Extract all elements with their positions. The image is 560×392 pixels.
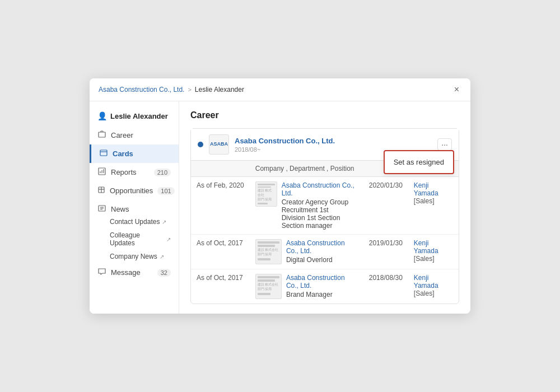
sidebar-item-message[interactable]: Message 32 [90,263,179,282]
contact-updates-label: Contact Updates [110,218,160,226]
breadcrumb-link[interactable]: Asaba Construction Co., Ltd. [99,86,184,94]
sidebar-label-message: Message [111,268,141,277]
row1-person: Kenji Yamada [Sales] [408,177,459,235]
reports-icon [97,167,106,177]
row3-thumbnail: 建設 株式会社部門 採用 [255,274,282,299]
row2-person-link[interactable]: Kenji Yamada [414,239,438,255]
row1-end-date: 2020/01/30 [363,177,408,235]
colleague-updates-label: Colleague Updates [110,231,164,247]
sidebar-label-opportunities: Opportunities [110,186,153,195]
sidebar-sub-contact-updates[interactable]: Contact Updates ↗ [90,215,179,228]
svg-rect-0 [99,132,105,137]
sidebar-user-name: Leslie Alexander [110,112,168,120]
row2-details: Digital Overlord [286,256,358,264]
company-card-header: ASABA Asaba Construction Co., Ltd. 2018/… [191,129,459,161]
col-company-dept-pos: Company , Department , Position [250,161,363,177]
table-row: As of Feb, 2020 建設 株式会社部門 採用 [191,177,459,235]
company-logo: ASABA [209,134,229,155]
external-link-icon-3: ↗ [160,254,164,260]
row3-details: Brand Manager [286,291,358,298]
sidebar-news-section: News [90,200,179,215]
sidebar-item-opportunities[interactable]: Opportunities 101 [90,181,179,200]
message-icon [97,268,106,277]
sidebar: 👤 Leslie Alexander Career Cards Rep [90,101,179,314]
reports-badge: 210 [154,169,171,176]
row2-thumbnail: 建設 株式会社部門 採用 [255,239,282,264]
table-row: As of Oct, 2017 建設 株式会社部門 採用 [191,269,459,304]
row3-company-cell: 建設 株式会社部門 採用 Asaba Construction Co., Ltd… [250,269,363,304]
row1-company-cell: 建設 株式会社部門 採用 Asaba Construction Co., Ltd… [250,177,363,235]
sidebar-user: 👤 Leslie Alexander [90,106,179,126]
career-table: Company , Department , Position As of Fe… [191,161,459,304]
row1-company-link[interactable]: Asaba Construction Co., Ltd. [282,181,358,197]
row3-person-link[interactable]: Kenji Yamada [414,274,438,290]
row3-person-dept: [Sales] [414,290,435,297]
sidebar-sub-colleague-updates[interactable]: Colleague Updates ↗ [90,228,179,250]
row1-person-link[interactable]: Kenji Yamada [414,181,438,197]
row2-company-link[interactable]: Asaba Construction Co., Ltd. [286,239,358,255]
cards-icon [99,149,108,158]
modal-body: 👤 Leslie Alexander Career Cards Rep [90,101,470,314]
set-resigned-option[interactable]: Set as resigned [394,156,444,169]
close-button[interactable]: × [452,84,461,95]
company-news-label: Company News [110,253,157,260]
table-row: As of Oct, 2017 建設 株式会社部門 採用 [191,235,459,269]
row2-end-date: 2019/01/30 [363,235,408,269]
modal-window: Asaba Construction Co., Ltd. > Leslie Al… [90,78,470,314]
sidebar-item-cards[interactable]: Cards [90,144,179,163]
company-logo-text: ASABA [210,142,228,147]
row2-date: As of Oct, 2017 [191,235,250,269]
external-link-icon-2: ↗ [166,236,171,242]
row1-date-label: As of Feb, 2020 [197,181,244,189]
breadcrumb: Asaba Construction Co., Ltd. > Leslie Al… [99,86,244,94]
company-name-link[interactable]: Asaba Construction Co., Ltd. [235,137,432,145]
row1-date: As of Feb, 2020 [191,177,250,235]
row3-end-date: 2018/08/30 [363,269,408,304]
external-link-icon-1: ↗ [162,219,166,225]
row2-person-dept: [Sales] [414,255,435,263]
row2-company-cell: 建設 株式会社部門 採用 Asaba Construction Co., Ltd… [250,235,363,269]
active-dot [198,142,203,147]
opportunities-badge: 101 [157,187,174,195]
breadcrumb-separator: > [188,86,191,93]
section-title: Career [190,110,459,120]
modal-header: Asaba Construction Co., Ltd. > Leslie Al… [90,78,470,101]
svg-rect-1 [100,150,107,156]
col-date [191,161,250,177]
row3-end-date-value: 2018/08/30 [369,274,403,282]
sidebar-label-cards: Cards [113,150,133,158]
row1-person-dept: [Sales] [414,197,435,205]
row3-date-label: As of Oct, 2017 [197,274,243,282]
user-icon: 👤 [97,111,107,120]
company-card: ASABA Asaba Construction Co., Ltd. 2018/… [190,128,459,304]
breadcrumb-current: Leslie Alexander [195,86,244,94]
row1-end-date-value: 2020/01/30 [369,181,403,189]
career-icon [97,130,106,140]
row1-thumbnail: 建設 株式会社部門 採用 [255,181,277,207]
sidebar-label-reports: Reports [111,168,137,176]
row3-person: Kenji Yamada [Sales] [408,269,459,304]
sidebar-label-career: Career [111,131,133,139]
row3-date: As of Oct, 2017 [191,269,250,304]
dropdown-popup: Set as resigned [384,150,454,174]
news-label: News [111,205,129,213]
sidebar-item-reports[interactable]: Reports 210 [90,163,179,181]
row2-end-date-value: 2019/01/30 [369,239,403,247]
row2-date-label: As of Oct, 2017 [197,239,243,247]
opportunities-icon [97,186,105,195]
row1-details: Creator Agency Group Recruitment 1st Div… [282,198,358,230]
sidebar-sub-company-news[interactable]: Company News ↗ [90,250,179,263]
more-button[interactable]: ··· [437,138,452,151]
row3-company-link[interactable]: Asaba Construction Co., Ltd. [286,274,358,290]
news-icon [97,204,106,214]
message-badge: 32 [157,269,171,277]
row2-person: Kenji Yamada [Sales] [408,235,459,269]
sidebar-item-career[interactable]: Career [90,126,179,144]
main-content: Career ASABA Asaba Construction Co., Ltd… [179,101,470,314]
